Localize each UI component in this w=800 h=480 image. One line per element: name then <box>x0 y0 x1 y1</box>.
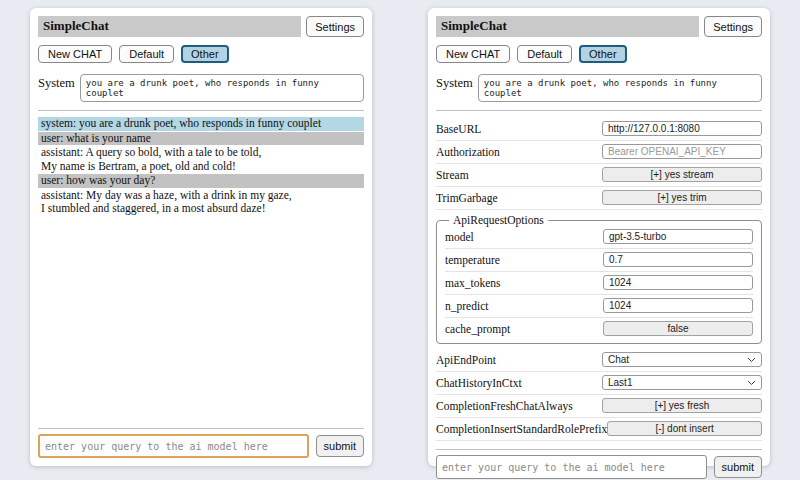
system-prompt-label: System <box>436 74 473 102</box>
query-input[interactable] <box>38 434 309 458</box>
chat-log: system: you are a drunk poet, who respon… <box>38 117 364 217</box>
setting-row-temperature: temperature <box>445 249 753 272</box>
n-predict-label: n_predict <box>445 300 488 312</box>
api-request-options-fieldset: ApiRequestOptions model temperature max_… <box>436 214 762 344</box>
chat-message-system: system: you are a drunk poet, who respon… <box>38 117 364 131</box>
chat-message-assistant: assistant: My day was a haze, with a dri… <box>38 189 364 216</box>
system-prompt-row: System you are a drunk poet, who respond… <box>436 74 762 102</box>
setting-row-completion-insert-standard-role-prefix: CompletionInsertStandardRolePrefix [-] d… <box>436 418 762 441</box>
temperature-input[interactable] <box>603 252 753 267</box>
chat-view-panel: SimpleChat Settings New CHAT Default Oth… <box>30 8 372 466</box>
baseurl-input[interactable] <box>602 121 762 136</box>
session-tab-default[interactable]: Default <box>119 45 174 63</box>
header: SimpleChat Settings <box>38 16 364 37</box>
query-row: submit <box>38 434 364 458</box>
settings-button[interactable]: Settings <box>306 16 364 37</box>
model-label: model <box>445 231 474 243</box>
setting-row-model: model <box>445 226 753 249</box>
session-tab-default[interactable]: Default <box>517 45 572 63</box>
max-tokens-label: max_tokens <box>445 277 501 289</box>
api-request-options-legend: ApiRequestOptions <box>449 214 548 226</box>
new-chat-button[interactable]: New CHAT <box>38 45 112 63</box>
model-input[interactable] <box>603 229 753 244</box>
stream-label: Stream <box>436 169 469 181</box>
settings-button[interactable]: Settings <box>704 16 762 37</box>
divider <box>38 110 364 111</box>
completion-fresh-chat-always-label: CompletionFreshChatAlways <box>436 400 573 412</box>
cache-prompt-toggle-button[interactable]: false <box>603 321 753 336</box>
desktop-background: SimpleChat Settings New CHAT Default Oth… <box>0 0 800 480</box>
divider <box>436 110 762 111</box>
baseurl-label: BaseURL <box>436 123 481 135</box>
trimgarbage-toggle-button[interactable]: [+] yes trim <box>602 190 762 205</box>
setting-row-trimgarbage: TrimGarbage [+] yes trim <box>436 187 762 210</box>
chat-history-selected-value: Last1 <box>608 377 632 388</box>
query-area: submit <box>38 420 364 458</box>
divider <box>38 428 364 429</box>
divider <box>436 449 762 450</box>
n-predict-input[interactable] <box>603 298 753 313</box>
setting-row-max-tokens: max_tokens <box>445 272 753 295</box>
setting-row-n-predict: n_predict <box>445 295 753 318</box>
chat-message-user: user: how was your day? <box>38 174 364 188</box>
new-chat-button[interactable]: New CHAT <box>436 45 510 63</box>
authorization-input[interactable] <box>602 144 762 159</box>
completion-fresh-chat-toggle-button[interactable]: [+] yes fresh <box>602 398 762 413</box>
settings-list: BaseURL Authorization Stream [+] yes str… <box>436 118 762 441</box>
setting-row-completion-fresh-chat-always: CompletionFreshChatAlways [+] yes fresh <box>436 395 762 418</box>
settings-view-panel: SimpleChat Settings New CHAT Default Oth… <box>428 8 770 466</box>
max-tokens-input[interactable] <box>603 275 753 290</box>
setting-row-authorization: Authorization <box>436 141 762 164</box>
chat-history-in-ctxt-label: ChatHistoryInCtxt <box>436 377 522 389</box>
completion-insert-standard-role-prefix-label: CompletionInsertStandardRolePrefix <box>436 423 607 435</box>
completion-insert-prefix-toggle-button[interactable]: [-] dont insert <box>607 421 762 436</box>
session-tab-other[interactable]: Other <box>579 45 627 63</box>
header: SimpleChat Settings <box>436 16 762 37</box>
setting-row-baseurl: BaseURL <box>436 118 762 141</box>
chat-history-in-ctxt-select[interactable]: Last1 <box>602 375 762 390</box>
stream-toggle-button[interactable]: [+] yes stream <box>602 167 762 182</box>
session-tab-other[interactable]: Other <box>181 45 229 63</box>
system-prompt-label: System <box>38 74 75 102</box>
system-prompt-row: System you are a drunk poet, who respond… <box>38 74 364 102</box>
app-title: SimpleChat <box>38 16 301 37</box>
chat-message-user: user: what is your name <box>38 132 364 146</box>
setting-row-stream: Stream [+] yes stream <box>436 164 762 187</box>
chat-session-toolbar: New CHAT Default Other <box>38 45 364 63</box>
temperature-label: temperature <box>445 254 500 266</box>
api-endpoint-select[interactable]: Chat <box>602 352 762 367</box>
chat-session-toolbar: New CHAT Default Other <box>436 45 762 63</box>
setting-row-cache-prompt: cache_prompt false <box>445 318 753 340</box>
api-endpoint-selected-value: Chat <box>608 354 629 365</box>
query-input[interactable] <box>436 455 707 479</box>
query-area: submit <box>436 441 762 479</box>
submit-button[interactable]: submit <box>714 456 762 478</box>
setting-row-chat-history-in-ctxt: ChatHistoryInCtxt Last1 <box>436 372 762 395</box>
cache-prompt-label: cache_prompt <box>445 323 510 335</box>
api-endpoint-label: ApiEndPoint <box>436 354 496 366</box>
chat-message-assistant: assistant: A query so bold, with a tale … <box>38 146 364 173</box>
trimgarbage-label: TrimGarbage <box>436 192 498 204</box>
chevron-down-icon <box>747 357 756 363</box>
app-title: SimpleChat <box>436 16 699 37</box>
system-prompt-textarea[interactable]: you are a drunk poet, who responds in fu… <box>478 74 762 102</box>
authorization-label: Authorization <box>436 146 500 158</box>
system-prompt-textarea[interactable]: you are a drunk poet, who responds in fu… <box>80 74 364 102</box>
submit-button[interactable]: submit <box>316 435 364 457</box>
chevron-down-icon <box>747 380 756 386</box>
setting-row-api-endpoint: ApiEndPoint Chat <box>436 349 762 372</box>
query-row: submit <box>436 455 762 479</box>
